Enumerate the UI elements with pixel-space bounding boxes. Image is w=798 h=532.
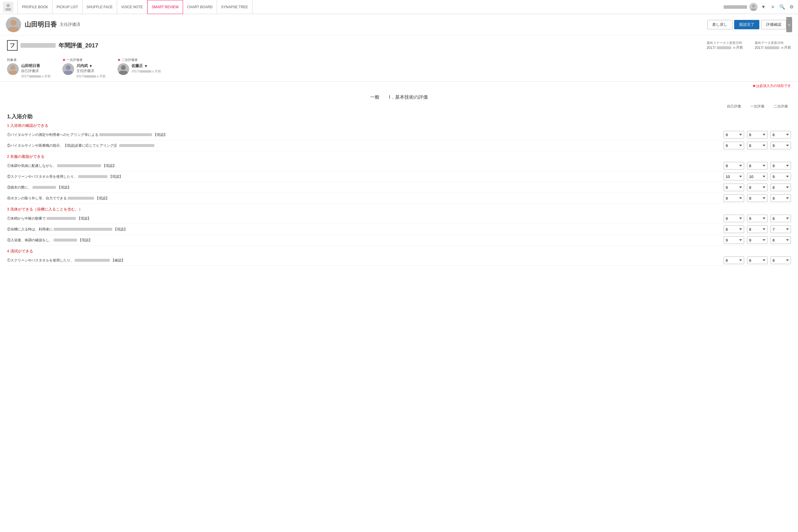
score-select-self[interactable]: 8: [724, 225, 744, 233]
subject-avatar: [7, 63, 19, 75]
score-select-secondary[interactable]: 9: [771, 194, 791, 202]
score-select-self[interactable]: 9810: [724, 131, 744, 138]
score-select-secondary[interactable]: 9: [771, 162, 791, 170]
score-select-self[interactable]: 9: [724, 215, 744, 222]
nav-smart-review[interactable]: SMART REVIEW: [147, 0, 183, 14]
nav-shuffle-face[interactable]: SHUFFLE FACE: [82, 0, 117, 14]
score-select-self[interactable]: 9: [724, 162, 744, 170]
subcategory-1: 1 入浴前の確認ができる: [7, 123, 791, 128]
form-icon: フ: [7, 40, 18, 51]
score-select-secondary[interactable]: 9: [771, 173, 791, 180]
top-nav: PROFILE BOOK PICKUP LIST SHUFFLE FACE VO…: [0, 0, 798, 14]
score-select-self[interactable]: 9: [724, 236, 744, 244]
primary-avatar: [62, 63, 74, 75]
panel-toggle[interactable]: «: [786, 17, 792, 32]
form-title-row: フ 年間評価_2017 最終ステータス更新日時 2017/ヵ月前 最終データ更新…: [7, 40, 791, 51]
subcategory-4: 4 清拭ができる: [7, 249, 791, 254]
nav-settings-icon[interactable]: ⚙: [788, 3, 795, 11]
table-row: ③脱衣の際に、 【現認】 9 8 8: [7, 182, 791, 193]
score-select-secondary[interactable]: 8: [771, 215, 791, 222]
evaluator-secondary: ★ 二次評価者 佐藤正 ▼ 2017/ヵ月前: [117, 58, 161, 78]
profile-bar: 山田明日香 主任評価済 差し戻し 面談完了 評価確認 «: [0, 14, 798, 35]
nav-pickup-list[interactable]: PICKUP LIST: [52, 0, 82, 14]
required-note: ★は必須入力の項目です: [0, 82, 798, 90]
table-row: ②バイタルサインや医療職の指示、【現認(必要に応じてヒアリング)】 9810 8…: [7, 140, 791, 151]
table-row: ①末梢から中枢の順番で 【現認】 9 9 8: [7, 213, 791, 224]
form-title-blur: [20, 43, 56, 48]
nav-profile-book[interactable]: PROFILE BOOK: [18, 0, 52, 14]
svg-rect-6: [8, 27, 19, 32]
score-select-primary[interactable]: 8: [747, 162, 767, 170]
svg-rect-10: [64, 71, 73, 75]
content-area: 自己評価 一次評価 二次評価 1.入浴介助 1 入浴前の確認ができる ①バイタル…: [0, 103, 798, 266]
svg-rect-2: [5, 8, 11, 11]
nav-voice-note[interactable]: VOICE NOTE: [117, 0, 147, 14]
score-header-primary: 一次評価: [747, 104, 767, 109]
reject-button[interactable]: 差し戻し: [707, 20, 733, 29]
user-area: [724, 5, 747, 9]
subcategory-3: 3 洗体ができる（浴槽に入ることを含む。）: [7, 207, 791, 212]
score-header-self: 自己評価: [724, 104, 744, 109]
form-header: フ 年間評価_2017 最終ステータス更新日時 2017/ヵ月前 最終データ更新…: [0, 35, 798, 55]
svg-rect-12: [119, 71, 128, 75]
score-select-primary[interactable]: 9: [747, 194, 767, 202]
score-select-self[interactable]: 10: [724, 173, 744, 180]
user-name-blurred: [724, 5, 747, 9]
nav-right: ▼ ≡ 🔍 ⚙: [724, 3, 795, 11]
category-title-1: 1.入浴介助: [7, 113, 791, 120]
nav-avatar[interactable]: [749, 3, 758, 11]
profile-status: 主任評価済: [60, 22, 80, 27]
subcategory-2: 2 衣服の着脱ができる: [7, 154, 791, 159]
score-select-primary[interactable]: 9: [747, 236, 767, 244]
nav-chart-board[interactable]: CHART BOARD: [183, 0, 217, 14]
date-info: 最終ステータス更新日時 2017/ヵ月前 最終データ更新日時 2017/ヵ月前: [707, 41, 791, 50]
score-select-self[interactable]: 8: [724, 256, 744, 264]
table-row: ④ボタンの取り外し等、自力でできる 【現認】 9 9 9: [7, 193, 791, 204]
table-row: ③入浴後、体調の確認をし、 【現認】 9 9 8: [7, 235, 791, 246]
logo: [3, 2, 14, 12]
profile-actions: 差し戻し 面談完了 評価確認: [707, 20, 786, 29]
score-select-primary[interactable]: 9: [747, 215, 767, 222]
score-select-secondary[interactable]: 8: [771, 256, 791, 264]
profile-name: 山田明日香: [25, 20, 57, 29]
form-title: 年間評価_2017: [59, 42, 98, 50]
score-select-secondary[interactable]: 8: [771, 184, 791, 191]
score-select-primary[interactable]: 8: [747, 256, 767, 264]
score-select-primary[interactable]: 8910: [747, 142, 767, 149]
score-select-self[interactable]: 9810: [724, 142, 744, 149]
score-select-primary[interactable]: 8910: [747, 131, 767, 138]
complete-button[interactable]: 面談完了: [734, 20, 759, 29]
profile-avatar: [6, 17, 21, 32]
section-header: 一般 Ⅰ．基本技術の評価: [0, 90, 798, 103]
score-select-primary[interactable]: 10: [747, 173, 767, 180]
table-row: ②浴槽に入る時は、利用者に 【現認】 8 8 7: [7, 224, 791, 235]
svg-rect-4: [751, 8, 756, 11]
last-data-date: 最終データ更新日時 2017/ヵ月前: [755, 41, 791, 50]
table-row: ①体調や気候に配慮しながら、 【現認】 9 8 9: [7, 160, 791, 171]
score-select-self[interactable]: 9: [724, 184, 744, 191]
evaluator-primary: ★ 一次評価者 川内武 ▼ 主任評価済 2017/ヵ月前: [62, 58, 106, 78]
secondary-avatar: [117, 63, 129, 75]
nav-dropdown-icon[interactable]: ▼: [760, 3, 767, 11]
score-select-secondary[interactable]: 8910: [771, 131, 791, 138]
score-select-secondary[interactable]: 8: [771, 236, 791, 244]
score-select-self[interactable]: 9: [724, 194, 744, 202]
table-row: ①スクリーンやバスタオルを使用したり、 【確認】 8 8 8: [7, 255, 791, 266]
score-select-secondary[interactable]: 9810: [771, 142, 791, 149]
score-header-row: 自己評価 一次評価 二次評価: [7, 103, 791, 110]
svg-point-1: [6, 4, 10, 7]
evaluators-row: 対象者 山田明日香 自己評価済 2017/ヵ月前 ★ 一次評価者 川内武: [0, 55, 798, 82]
svg-point-3: [752, 5, 755, 7]
svg-point-9: [66, 65, 71, 70]
nav-search-icon[interactable]: 🔍: [779, 3, 786, 11]
score-select-secondary[interactable]: 7: [771, 225, 791, 233]
evaluator-subject: 対象者 山田明日香 自己評価済 2017/ヵ月前: [7, 58, 51, 78]
nav-items: PROFILE BOOK PICKUP LIST SHUFFLE FACE VO…: [18, 0, 724, 14]
nav-synapse-tree[interactable]: SYNAPSE TREE: [217, 0, 252, 14]
nav-list-icon[interactable]: ≡: [769, 3, 776, 11]
score-header-secondary: 二次評価: [771, 104, 791, 109]
svg-rect-8: [8, 71, 17, 75]
score-select-primary[interactable]: 8: [747, 184, 767, 191]
confirm-button[interactable]: 評価確認: [761, 20, 786, 29]
score-select-primary[interactable]: 8: [747, 225, 767, 233]
